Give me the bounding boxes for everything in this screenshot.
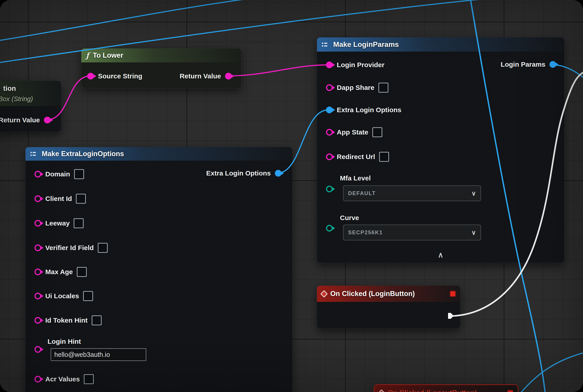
pin-row-dapp-share: Dapp Share <box>326 82 388 93</box>
pin-label: Source String <box>98 72 142 80</box>
string-input-pin[interactable] <box>34 171 41 178</box>
node-on-clicked-login-button[interactable]: On Clicked (LoginButton) <box>317 286 460 329</box>
event-diamond-icon <box>320 290 328 298</box>
struct-output-pin[interactable] <box>275 170 282 177</box>
string-input-pin[interactable] <box>34 195 41 202</box>
wire-blue-top-left-1 <box>0 0 249 40</box>
string-input-pin[interactable] <box>34 220 41 227</box>
make-struct-icon <box>30 151 38 157</box>
client-id-checkbox[interactable] <box>76 194 86 204</box>
login-hint-input[interactable]: hello@web3auth.io <box>51 348 146 361</box>
pin-label: Return Value <box>0 116 40 124</box>
pin-label: Extra Login Options <box>206 170 271 177</box>
curve-dropdown[interactable]: SECP256K1 ∨ <box>343 224 481 240</box>
struct-input-pin[interactable] <box>326 106 333 113</box>
string-input-pin[interactable] <box>326 129 333 136</box>
make-struct-icon <box>322 42 330 48</box>
string-input-pin[interactable] <box>34 376 41 382</box>
domain-checkbox[interactable] <box>74 169 84 179</box>
pin-row-id-token-hint: Id Token Hint <box>34 315 102 326</box>
collapse-chevron-icon[interactable]: ∧ <box>317 251 564 259</box>
string-output-pin[interactable] <box>225 73 232 80</box>
pin-label: Login Params <box>501 60 546 68</box>
pin-row-mfa-level <box>326 184 333 194</box>
pin-row-extra-login-options-in: Extra Login Options <box>326 104 402 115</box>
enum-input-pin[interactable] <box>326 186 333 192</box>
exec-output-pin[interactable] <box>447 312 455 320</box>
pin-label: Verifier Id Field <box>45 244 94 252</box>
wire-to-lower-to-login-provider <box>228 65 328 76</box>
redirect-url-checkbox[interactable] <box>379 152 389 162</box>
struct-output-pin[interactable] <box>550 61 556 68</box>
pin-row-login-params-out: Login Params <box>501 59 556 70</box>
pin-label: Login Provider <box>337 61 384 69</box>
pin-row-acr-values: Acr Values <box>34 374 94 384</box>
chevron-down-icon: ∨ <box>472 229 476 236</box>
node-on-clicked-logout-button[interactable]: On Clicked (LogoutButton) <box>374 384 518 392</box>
string-input-pin[interactable] <box>87 73 94 80</box>
node-partial-function[interactable]: tion Box (String) Return Value <box>0 81 61 132</box>
leeway-checkbox[interactable] <box>74 218 84 228</box>
pin-row-redirect-url: Redirect Url <box>326 152 389 162</box>
pin-label: Redirect Url <box>337 153 375 161</box>
pin-label: Return Value <box>180 72 221 80</box>
ui-locales-checkbox[interactable] <box>83 291 93 301</box>
node-title: On Clicked (LogoutButton) <box>388 389 477 392</box>
string-input-pin[interactable] <box>34 317 41 324</box>
node-header[interactable]: Make LoginParams <box>317 38 564 52</box>
pin-row-ui-locales: Ui Locales <box>34 290 93 302</box>
function-icon: ƒ <box>86 51 89 60</box>
string-input-pin[interactable] <box>34 244 41 251</box>
node-make-login-params[interactable]: Make LoginParams Login Provider Dapp Sha… <box>317 37 564 263</box>
dropdown-value: SECP256K1 <box>348 229 383 236</box>
max-age-checkbox[interactable] <box>77 267 87 277</box>
pin-label: Leeway <box>45 220 70 227</box>
string-input-pin[interactable] <box>326 84 333 91</box>
node-to-lower[interactable]: ƒ To Lower Source String Return Value <box>81 48 242 88</box>
chevron-down-icon: ∨ <box>472 190 476 197</box>
pin-label: Max Age <box>45 268 73 276</box>
pin-label-login-hint: Login Hint <box>48 338 81 345</box>
pin-row-max-age: Max Age <box>34 266 87 277</box>
pin-label: Client Id <box>45 195 72 202</box>
node-make-extra-login-options[interactable]: Make ExtraLoginOptions Domain Client Id … <box>25 147 293 392</box>
pin-label: Acr Values <box>45 375 80 383</box>
pin-label: Domain <box>45 170 70 178</box>
node-header[interactable]: On Clicked (LogoutButton) <box>374 385 518 392</box>
mfa-level-dropdown[interactable]: DEFAULT ∨ <box>343 186 481 201</box>
pin-row-extra-login-options-out: Extra Login Options <box>206 168 282 179</box>
string-input-pin[interactable] <box>34 346 41 353</box>
delegate-pin-icon[interactable] <box>507 390 513 392</box>
pin-row-login-provider: Login Provider <box>326 60 384 70</box>
pin-row-curve <box>326 223 333 234</box>
node-title: Make LoginParams <box>333 40 399 49</box>
verifier-id-field-checkbox[interactable] <box>98 243 108 253</box>
node-header[interactable]: tion Box (String) <box>0 81 61 106</box>
node-subtitle: Box (String) <box>0 95 33 103</box>
pin-row-client-id: Client Id <box>34 193 86 204</box>
pin-label: App State <box>337 128 368 136</box>
curve-label: Curve <box>340 214 359 222</box>
id-token-hint-checkbox[interactable] <box>92 316 102 325</box>
node-header[interactable]: ƒ To Lower <box>81 48 241 62</box>
pin-row-login-hint <box>34 344 41 355</box>
node-title: To Lower <box>93 51 123 60</box>
string-input-pin[interactable] <box>326 62 333 68</box>
dropdown-value: DEFAULT <box>348 190 376 196</box>
blueprint-graph-canvas[interactable]: tion Box (String) Return Value ƒ To Lowe… <box>0 0 583 392</box>
node-title: On Clicked (LoginButton) <box>330 290 415 298</box>
string-output-pin[interactable] <box>44 117 51 124</box>
string-input-pin[interactable] <box>34 293 41 300</box>
dapp-share-checkbox[interactable] <box>378 83 388 92</box>
mfa-level-label: Mfa Level <box>340 174 371 182</box>
delegate-pin-icon[interactable] <box>450 291 456 297</box>
enum-input-pin[interactable] <box>326 225 333 232</box>
wire-blue-bottom-right <box>520 352 583 392</box>
string-input-pin[interactable] <box>326 154 333 160</box>
acr-values-checkbox[interactable] <box>84 374 94 384</box>
app-state-checkbox[interactable] <box>372 127 382 137</box>
node-header[interactable]: On Clicked (LoginButton) <box>317 286 460 302</box>
node-header[interactable]: Make ExtraLoginOptions <box>26 147 292 161</box>
pin-label: Id Token Hint <box>45 316 88 324</box>
string-input-pin[interactable] <box>34 268 41 275</box>
